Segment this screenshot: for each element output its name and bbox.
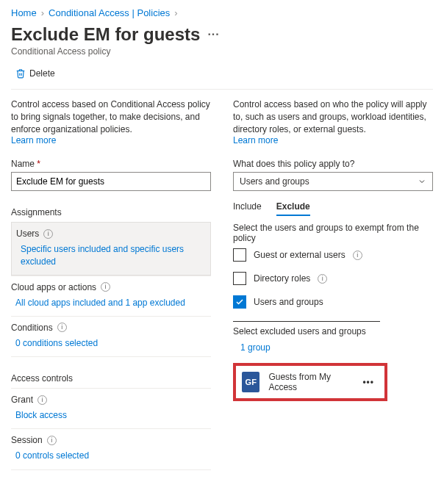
chevron-down-icon — [418, 177, 426, 186]
right-learn-more[interactable]: Learn more — [233, 135, 278, 145]
assignment-users[interactable]: Users i Specific users included and spec… — [11, 222, 211, 275]
exclude-roles-row[interactable]: Directory roles i — [233, 267, 433, 290]
trash-icon — [15, 68, 26, 79]
chevron-right-icon: › — [41, 7, 44, 18]
info-icon[interactable]: i — [37, 395, 47, 405]
assignment-apps-label: Cloud apps or actions — [11, 282, 96, 292]
info-icon[interactable]: i — [101, 282, 110, 292]
assignment-session-label: Session — [11, 435, 43, 445]
exclude-guest-row[interactable]: Guest or external users i — [233, 243, 433, 267]
assignment-grant-value: Block access — [11, 409, 211, 421]
info-icon[interactable]: i — [318, 274, 327, 284]
assignment-users-label: Users — [16, 228, 39, 239]
breadcrumb-conditional-access[interactable]: Conditional Access | Policies — [49, 7, 170, 18]
assignment-apps[interactable]: Cloud apps or actions i All cloud apps i… — [11, 276, 211, 316]
info-icon[interactable]: i — [57, 323, 67, 332]
name-input[interactable] — [11, 172, 211, 191]
exclude-roles-label: Directory roles — [254, 273, 310, 284]
chevron-right-icon: › — [174, 7, 177, 18]
left-panel: Control access based on Conditional Acce… — [11, 98, 211, 470]
assignment-conditions-value: 0 conditions selected — [11, 337, 211, 349]
assignment-conditions[interactable]: Conditions i 0 conditions selected — [11, 316, 211, 357]
include-exclude-tabs: Include Exclude — [233, 198, 433, 217]
exclude-users-groups-row[interactable]: Users and groups — [233, 290, 433, 314]
exclude-guest-label: Guest or external users — [254, 250, 345, 260]
delete-label: Delete — [29, 68, 55, 79]
assignment-apps-value: All cloud apps included and 1 app exclud… — [11, 297, 211, 309]
tab-exclude[interactable]: Exclude — [276, 198, 310, 216]
checkbox-guest[interactable] — [233, 248, 246, 262]
group-name: Guests from My Access — [268, 372, 349, 392]
assignment-users-value: Specific users included and specific use… — [16, 243, 206, 267]
exempt-text: Select the users and groups to exempt fr… — [233, 223, 433, 243]
excluded-group-chip: GF Guests from My Access ••• — [233, 363, 387, 401]
info-icon[interactable]: i — [47, 436, 57, 445]
info-icon[interactable]: i — [43, 229, 53, 239]
tab-include[interactable]: Include — [233, 198, 262, 216]
assignment-session[interactable]: Session i 0 controls selected — [11, 428, 211, 469]
left-learn-more[interactable]: Learn more — [11, 135, 56, 145]
delete-button[interactable]: Delete — [11, 65, 60, 82]
page-subtitle: Conditional Access policy — [11, 46, 433, 57]
page-title-text: Exclude EM for guests — [11, 24, 200, 45]
apply-to-label: What does this policy apply to? — [233, 159, 433, 169]
breadcrumb-home[interactable]: Home — [11, 7, 37, 18]
left-description: Control access based on Conditional Acce… — [11, 98, 211, 135]
assignment-grant-label: Grant — [11, 395, 33, 405]
select-excluded-label: Select excluded users and groups — [233, 326, 433, 336]
assignment-conditions-label: Conditions — [11, 323, 53, 333]
assignment-grant[interactable]: Grant i Block access — [11, 388, 211, 428]
info-icon[interactable]: i — [353, 251, 362, 260]
checkbox-roles[interactable] — [233, 272, 246, 285]
divider — [233, 321, 380, 322]
apply-to-value: Users and groups — [240, 176, 309, 187]
name-label: Name — [11, 159, 211, 169]
breadcrumb: Home › Conditional Access | Policies › — [11, 7, 433, 18]
exclude-ug-label: Users and groups — [254, 297, 323, 307]
right-description: Control access based on who the policy w… — [233, 98, 433, 135]
assignments-header: Assignments — [11, 207, 211, 217]
access-controls-header: Access controls — [11, 373, 211, 384]
group-count-link[interactable]: 1 group — [240, 342, 271, 353]
checkbox-users-groups[interactable] — [233, 295, 246, 309]
right-panel: Control access based on who the policy w… — [233, 98, 433, 470]
group-more-button[interactable]: ••• — [358, 375, 379, 389]
assignment-session-value: 0 controls selected — [11, 450, 211, 461]
apply-to-dropdown[interactable]: Users and groups — [233, 172, 433, 191]
title-more-button[interactable]: ··· — [207, 28, 219, 41]
group-avatar: GF — [242, 372, 259, 392]
page-title: Exclude EM for guests ··· — [11, 24, 433, 45]
command-bar: Delete — [11, 65, 433, 90]
